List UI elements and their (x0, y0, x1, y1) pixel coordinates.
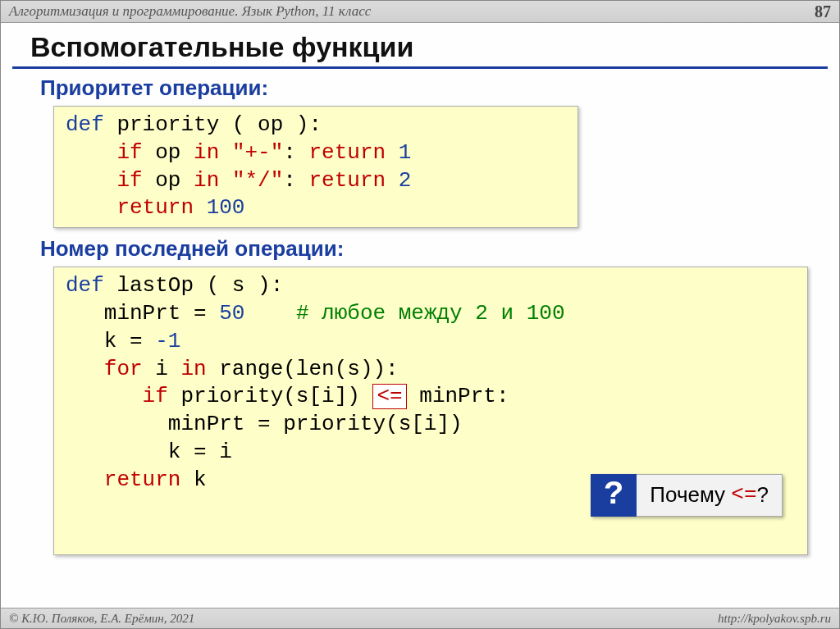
section-1-heading: Приоритет операции: (40, 75, 839, 101)
kw-if: if (66, 168, 143, 193)
kw-in: in (180, 357, 206, 381)
kw-return: return (66, 195, 194, 220)
kw-in: in (194, 168, 219, 193)
kw-if: if (66, 140, 143, 165)
string-lit: "+-" (232, 140, 283, 165)
kw-in: in (194, 140, 219, 165)
header-bar: Алгоритмизация и программирование. Язык … (1, 1, 839, 23)
operator-ref: <= (731, 481, 756, 509)
kw-return: return (309, 140, 386, 165)
page-number: 87 (815, 2, 831, 21)
question-mark-icon: ? (591, 474, 637, 517)
number-lit: 1 (399, 140, 412, 165)
section-2-heading: Номер последней операции: (40, 236, 839, 262)
course-title: Алгоритмизация и программирование. Язык … (9, 3, 371, 20)
footer-bar: © К.Ю. Поляков, Е.А. Ерёмин, 2021 http:/… (1, 608, 839, 628)
kw-def: def (66, 273, 104, 298)
kw-if: if (66, 384, 168, 408)
kw-return: return (66, 467, 180, 492)
slide: Алгоритмизация и программирование. Язык … (0, 0, 840, 629)
title-rule (12, 66, 828, 69)
kw-return: return (309, 168, 386, 193)
code-block-priority: def priority ( op ): if op in "+-": retu… (53, 106, 578, 228)
kw-for: for (66, 357, 143, 381)
number-lit: -1 (155, 329, 180, 353)
slide-title: Вспомогательные функции (30, 31, 839, 63)
footer-copyright: © К.Ю. Поляков, Е.А. Ерёмин, 2021 (9, 612, 194, 626)
string-lit: "*/" (232, 168, 283, 193)
footer-url: http://kpolyakov.spb.ru (718, 612, 831, 626)
number-lit: 50 (219, 301, 244, 326)
number-lit: 2 (399, 168, 412, 193)
code-block-lastop: def lastOp ( s ): minPrt = 50 # любое ме… (53, 267, 808, 555)
question-callout: ? Почему <=? (591, 474, 783, 517)
kw-def: def (66, 112, 104, 137)
highlight-operator: <= (372, 384, 406, 409)
number-lit: 100 (207, 195, 245, 220)
question-text: Почему <=? (637, 474, 783, 517)
comment: # любое между 2 и 100 (296, 301, 565, 326)
